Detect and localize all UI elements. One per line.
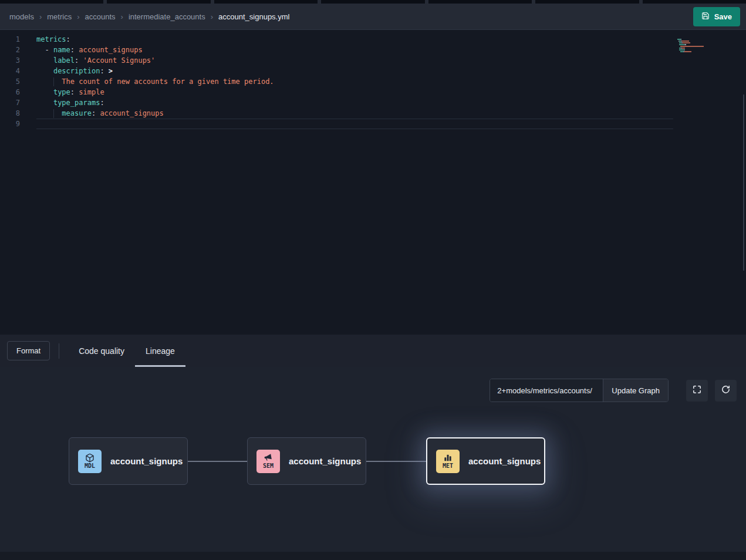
minimap-segment: [684, 51, 691, 52]
code-line[interactable]: 8 measure: account_signups: [0, 108, 746, 119]
node-type-tile: SEM: [256, 450, 280, 473]
gutter-gap: [20, 34, 36, 45]
code-token: description: [53, 67, 100, 75]
cube-icon: [85, 453, 94, 463]
code-line[interactable]: 5 The count of new accounts for a given …: [0, 76, 746, 87]
lineage-toolbar: Update Graph: [490, 379, 737, 402]
code-line[interactable]: 7 type_params:: [0, 97, 746, 108]
editor-tab[interactable]: [535, 0, 639, 4]
node-type-badge: MDL: [85, 463, 95, 469]
code-line[interactable]: 1metrics:: [0, 34, 746, 45]
breadcrumb: models›metrics›accounts›intermediate_acc…: [9, 12, 289, 21]
lineage-node-sem[interactable]: SEMaccount_signups: [247, 437, 366, 485]
editor-tab[interactable]: [321, 0, 424, 4]
editor-tab[interactable]: [0, 0, 103, 4]
code-token: :: [75, 56, 83, 65]
code-token: 'Account Signups': [83, 56, 155, 65]
panel-tab-bar: Format Code qualityLineage: [0, 335, 746, 367]
code-token: :: [100, 99, 104, 107]
editor-tab-strip: [0, 0, 746, 4]
save-button-label: Save: [714, 12, 732, 21]
code-line-text: - name: account_signups: [36, 45, 143, 55]
code-token: [36, 67, 53, 75]
code-token: :: [66, 35, 70, 43]
code-line[interactable]: 2 - name: account_signups: [0, 45, 746, 55]
line-number: 4: [0, 66, 20, 76]
editor-tab[interactable]: [428, 0, 532, 4]
editor-scrollbar[interactable]: [743, 95, 744, 271]
chevron-right-icon: ›: [121, 12, 123, 21]
code-line-text: metrics:: [36, 34, 70, 45]
code-token: type: [53, 88, 70, 96]
code-line-text: description: >: [36, 66, 113, 76]
code-line-text: type: simple: [36, 87, 104, 97]
editor-tab[interactable]: [107, 0, 210, 4]
node-type-tile: MET: [436, 450, 460, 473]
tab-lineage[interactable]: Lineage: [135, 335, 185, 367]
bottom-panel: Format Code qualityLineage Update Graph …: [0, 335, 746, 560]
node-label: account_signups: [468, 456, 541, 466]
node-type-tile: MDL: [78, 450, 102, 473]
breadcrumb-bar: models›metrics›accounts›intermediate_acc…: [0, 4, 746, 30]
lineage-edge: [366, 461, 426, 462]
code-line[interactable]: 6 type: simple: [0, 87, 746, 97]
code-token: [36, 46, 45, 54]
node-label: account_signups: [289, 456, 361, 466]
update-graph-button[interactable]: Update Graph: [603, 379, 668, 402]
breadcrumb-item[interactable]: metrics: [47, 12, 72, 21]
breadcrumb-item[interactable]: account_signups.yml: [218, 12, 289, 21]
lineage-filter-input[interactable]: [490, 379, 603, 402]
gutter-gap: [20, 66, 36, 76]
lineage-node-mdl[interactable]: MDLaccount_signups: [69, 437, 188, 485]
line-number: 5: [0, 76, 20, 87]
code-editor[interactable]: 1metrics:2 - name: account_signups3 labe…: [0, 30, 746, 335]
lineage-node-met[interactable]: METaccount_signups: [426, 437, 545, 485]
code-token: [36, 99, 53, 107]
save-button[interactable]: Save: [693, 7, 740, 26]
code-line-text: [36, 119, 673, 129]
line-number: 8: [0, 108, 20, 119]
megaphone-icon: [264, 453, 273, 463]
code-line-text: The count of new accounts for a given ti…: [36, 76, 274, 87]
editor-tab[interactable]: [214, 0, 318, 4]
chevron-right-icon: ›: [77, 12, 79, 21]
line-number: 9: [0, 119, 20, 129]
tab-code-quality[interactable]: Code quality: [68, 335, 135, 367]
code-line[interactable]: 4 description: >: [0, 66, 746, 76]
minimap-line: [677, 43, 711, 45]
code-token: type_params: [53, 99, 100, 107]
code-token: measure: [62, 109, 92, 117]
code-line[interactable]: 9: [0, 119, 746, 129]
gutter-gap: [20, 55, 36, 66]
code-token: account_signups: [100, 109, 163, 117]
line-number: 7: [0, 97, 20, 108]
fullscreen-button[interactable]: [686, 380, 708, 402]
bar-chart-icon: [443, 453, 453, 463]
refresh-button[interactable]: [715, 380, 737, 402]
gutter-gap: [20, 76, 36, 87]
breadcrumb-item[interactable]: models: [9, 12, 34, 21]
line-number: 1: [0, 34, 20, 45]
code-token: [53, 109, 62, 117]
code-line-text: measure: account_signups: [36, 108, 164, 119]
code-token: :: [100, 67, 108, 75]
code-token: [53, 77, 62, 86]
code-token: label: [53, 56, 75, 65]
lineage-panel: Update Graph MDLaccount_signupsSEMaccoun…: [0, 367, 746, 560]
breadcrumb-item[interactable]: accounts: [85, 12, 116, 21]
node-type-badge: MET: [443, 463, 453, 469]
minimap[interactable]: [677, 35, 711, 50]
format-button[interactable]: Format: [7, 341, 50, 360]
minimap-line: [677, 35, 711, 36]
breadcrumb-item[interactable]: intermediate_accounts: [129, 12, 205, 21]
code-token: [36, 109, 53, 117]
editor-tab[interactable]: [643, 0, 746, 4]
code-token: >: [109, 67, 113, 75]
code-line[interactable]: 3 label: 'Account Signups': [0, 55, 746, 66]
lineage-edge: [188, 461, 247, 462]
code-token: :: [70, 46, 79, 54]
gutter-gap: [20, 45, 36, 55]
gutter-gap: [20, 119, 36, 129]
floppy-disk-icon: [701, 12, 710, 22]
line-number: 3: [0, 55, 20, 66]
